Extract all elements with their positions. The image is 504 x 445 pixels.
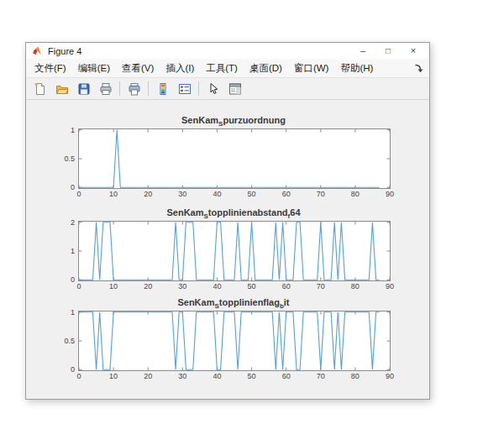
x-tick-label: 90: [386, 372, 394, 380]
print-preview-button[interactable]: [123, 79, 144, 98]
edit-plot-icon: [207, 82, 220, 96]
x-tick-label: 60: [282, 190, 291, 198]
matlab-logo-icon: [32, 45, 43, 56]
x-tick-label: 50: [248, 282, 256, 291]
toolbar-separator: [119, 81, 120, 96]
data-line: [79, 312, 380, 370]
plot-area[interactable]: [78, 221, 391, 281]
y-tick-label: 0: [36, 183, 75, 191]
data-line: [79, 222, 380, 280]
plot-area[interactable]: [78, 128, 391, 189]
toolbar-separator: [148, 81, 149, 96]
x-tick-label: 60: [282, 282, 291, 291]
edit-plot-button[interactable]: [202, 79, 223, 98]
y-tick-label: 0.5: [36, 154, 75, 163]
open-file-icon: [55, 82, 69, 96]
x-tick-label: 90: [386, 282, 394, 291]
menu-item-view[interactable]: 查看(V): [116, 60, 160, 76]
menu-item-file[interactable]: 文件(F): [29, 60, 72, 76]
insert-colorbar-button[interactable]: [152, 79, 173, 98]
save-figure-icon: [77, 82, 91, 96]
menu-item-edit[interactable]: 编辑(E): [72, 60, 116, 76]
y-tick-label: 1: [36, 247, 75, 255]
data-line: [79, 130, 380, 188]
chart-title: SenKamStopplinienabstandf64: [78, 207, 389, 220]
x-tick-label: 50: [248, 372, 256, 380]
property-inspector-icon: [228, 82, 242, 96]
x-tick-label: 20: [144, 372, 152, 380]
x-tick-label: 30: [178, 372, 186, 380]
x-tick-label: 70: [317, 282, 325, 291]
x-tick-label: 70: [317, 372, 325, 380]
new-figure-button[interactable]: [29, 79, 50, 98]
figure-window: Figure 4 – □ × 文件(F)编辑(E)查看(V)插入(I)工具(T)…: [25, 42, 430, 400]
x-tick-label: 10: [109, 190, 118, 198]
y-tick-label: 1: [36, 308, 75, 317]
subplot-stopplinienflag: SenKamStopplinienflagbit 010203040506070…: [26, 297, 429, 386]
close-button[interactable]: ×: [401, 43, 426, 59]
figure-canvas: SenKamSpurzuordnung 01020304050607080900…: [26, 100, 429, 399]
insert-legend-button[interactable]: [174, 79, 195, 98]
x-tick-label: 20: [144, 190, 152, 198]
print-preview-icon: [128, 82, 141, 96]
menu-item-desktop[interactable]: 桌面(D): [244, 60, 288, 76]
menu-bar: 文件(F)编辑(E)查看(V)插入(I)工具(T)桌面(D)窗口(W)帮助(H): [26, 59, 429, 78]
x-tick-label: 0: [76, 372, 81, 380]
axis-ticks: [79, 129, 390, 188]
new-figure-icon: [34, 82, 47, 96]
x-tick-label: 80: [351, 372, 360, 380]
print-figure-icon: [99, 82, 113, 96]
x-tick-label: 30: [178, 190, 186, 198]
window-controls: – □ ×: [350, 43, 426, 59]
maximize-button[interactable]: □: [375, 43, 401, 59]
window-title: Figure 4: [48, 46, 350, 56]
x-tick-label: 10: [109, 282, 118, 291]
menu-item-help[interactable]: 帮助(H): [334, 60, 379, 76]
x-tick-label: 60: [282, 372, 291, 380]
plot-area[interactable]: [78, 311, 391, 371]
x-tick-label: 30: [178, 282, 186, 291]
menu-item-window[interactable]: 窗口(W): [288, 60, 335, 76]
toolbar: [26, 78, 429, 100]
x-tick-label: 0: [76, 190, 81, 198]
insert-colorbar-icon: [156, 82, 170, 96]
menu-item-tools[interactable]: 工具(T): [200, 60, 244, 76]
chart-title: SenKamStopplinienflagbit: [78, 297, 389, 310]
insert-legend-icon: [178, 82, 192, 96]
x-tick-label: 0: [76, 282, 81, 291]
y-tick-label: 0: [36, 275, 75, 284]
x-tick-label: 80: [351, 190, 360, 198]
title-bar[interactable]: Figure 4 – □ ×: [26, 43, 429, 59]
open-file-button[interactable]: [51, 79, 72, 98]
x-tick-label: 20: [144, 282, 152, 291]
minimize-button[interactable]: –: [350, 43, 375, 59]
x-tick-label: 80: [351, 282, 360, 291]
x-tick-label: 50: [248, 190, 256, 198]
subplot-stopplinienabstand: SenKamStopplinienabstandf64 010203040506…: [26, 207, 429, 296]
save-figure-button[interactable]: [73, 79, 94, 98]
subplot-spurzuordnung: SenKamSpurzuordnung 01020304050607080900…: [26, 115, 429, 204]
y-tick-label: 1: [36, 126, 75, 134]
dock-figure-icon[interactable]: [412, 62, 424, 74]
x-tick-label: 40: [213, 372, 221, 380]
x-tick-label: 70: [317, 190, 325, 198]
y-tick-label: 0.5: [36, 337, 75, 345]
menu-item-insert[interactable]: 插入(I): [160, 60, 200, 76]
x-tick-label: 40: [213, 282, 221, 291]
toolbar-separator: [198, 81, 199, 96]
x-tick-label: 90: [386, 190, 394, 198]
chart-title: SenKamSpurzuordnung: [78, 115, 389, 128]
y-tick-label: 0: [36, 365, 75, 374]
desktop-background: Figure 4 – □ × 文件(F)编辑(E)查看(V)插入(I)工具(T)…: [0, 0, 504, 445]
print-figure-button[interactable]: [95, 79, 116, 98]
y-tick-label: 2: [36, 218, 75, 227]
x-tick-label: 40: [213, 190, 221, 198]
x-tick-label: 10: [109, 372, 118, 380]
property-inspector-button[interactable]: [224, 79, 245, 98]
